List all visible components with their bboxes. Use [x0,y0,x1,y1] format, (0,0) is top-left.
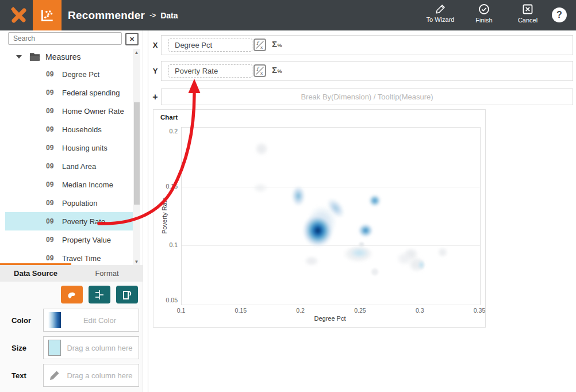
numeric-type-icon: 09 [46,144,59,152]
distribute-button[interactable] [89,286,110,303]
check-circle-icon [478,3,490,15]
tab-format[interactable]: Format [71,265,143,282]
cancel-label: Cancel [518,17,537,24]
tab-data-source-label: Data Source [14,269,57,278]
color-gradient-swatch [48,312,61,328]
numeric-type-icon: 09 [46,236,59,244]
x-tick-label: 0.35 [474,307,485,314]
tree-item-housing-units[interactable]: 09Housing units [0,139,133,157]
x-tick-label: 0.1 [177,307,186,314]
x-tick-label: 0.25 [354,307,366,314]
color-label: Color [11,316,31,325]
density-blob [358,241,365,247]
cancel-button[interactable]: Cancel [513,3,543,24]
tree-item-poverty-rate[interactable]: 09Poverty Rate [0,212,133,230]
finish-button[interactable]: Finish [469,3,499,24]
numeric-type-icon: 09 [46,199,59,207]
tree-item-federal-spending[interactable]: 09Federal spending [0,83,133,102]
tree-item-label: Property Value [62,236,111,244]
density-blob [396,252,413,266]
paint-blob-icon [66,289,78,301]
color-dropzone[interactable]: Edit Color [43,309,139,332]
tree-item-land-area[interactable]: 09Land Area [0,157,133,175]
numeric-type-icon: 09 [46,89,59,97]
add-axis-tag: + [151,89,160,105]
tree-item-label: Median Income [62,180,113,189]
search-clear-button[interactable]: ✕ [125,33,139,45]
x-aggregation-button[interactable]: Σ% [272,39,282,49]
main-divider [148,30,148,392]
density-blob [304,256,319,266]
break-by-dropzone[interactable]: Break By(Dimension) / Tooltip(Measure) [161,89,573,105]
tree-item-label: Degree Pct [62,70,99,79]
x-field-input[interactable]: Degree Pct [168,39,252,52]
y-tick-label: 0.15 [153,182,178,190]
sidebar-tabs: Data Source Format [0,265,143,282]
color-value: Edit Color [61,316,139,325]
tree-item-degree-pct[interactable]: 09Degree Pct [0,65,133,83]
numeric-type-icon: 09 [46,217,59,225]
y-aggregation-button[interactable]: Σ% [272,65,282,75]
numeric-type-icon: 09 [46,180,59,189]
svg-text:x: x [260,45,263,50]
topbar-actions: To Wizard Finish Cancel [425,3,543,24]
numeric-type-icon: 09 [46,125,59,133]
search-input[interactable] [8,32,122,45]
sigma-icon: Σ [272,39,277,49]
y-field-input[interactable]: Poverty Rate [168,64,252,78]
density-scatter-plot [181,127,481,305]
scrollbar-up-icon[interactable]: ▲ [133,49,140,56]
sidebar-divider [143,30,143,392]
page-title: Recommender [68,9,145,22]
app-logo-icon [9,5,29,26]
size-value: Drag a column here [61,344,139,352]
x-tick-label: 0.15 [235,307,247,314]
clear-x-icon: ✕ [129,36,135,43]
density-blob [368,194,381,207]
sigma-icon: Σ [272,65,277,75]
tab-data-source[interactable]: Data Source [0,265,71,282]
tree-item-households[interactable]: 09Households [0,120,133,139]
measures-list: 09Degree Pct09Federal spending09Home Own… [0,65,133,267]
size-dropzone[interactable]: Drag a column here [43,336,139,359]
numeric-type-icon: 09 [46,107,59,115]
tree-item-median-income[interactable]: 09Median Income [0,175,133,194]
tree-scrollbar[interactable]: ▲ ▼ [133,49,140,266]
chart-view-tile[interactable] [33,0,62,30]
breadcrumb-arrow: -> [149,11,156,20]
tree-item-population[interactable]: 09Population [0,194,133,212]
numeric-type-icon: 09 [46,254,59,262]
text-dropzone[interactable]: Drag a column here [43,364,139,387]
flip-page-button[interactable] [116,286,138,303]
density-blob [302,214,333,247]
x-field-row: Degree Pct f x Σ% [161,35,573,55]
app-window: Recommender -> Data To Wizard Finish [0,0,576,392]
gridline [182,245,480,246]
distribute-icon [94,289,105,301]
y-tick-label: 0.1 [153,241,178,249]
to-wizard-button[interactable]: To Wizard [425,3,455,24]
help-button[interactable]: ? [552,7,567,22]
y-axis-title: Poverty Rate [161,197,168,234]
tree-item-property-value[interactable]: 09Property Value [0,230,133,249]
breadcrumb: Recommender -> Data [68,0,178,30]
x-formula-button[interactable]: f x [254,39,266,51]
tree-item-home-owner-rate[interactable]: 09Home Owner Rate [0,102,133,120]
density-blob [291,186,305,206]
x-axis-tag: X [151,35,160,55]
tree-item-label: Population [62,199,97,207]
color-blob-button[interactable] [61,286,83,303]
gridline [182,187,480,187]
y-formula-button[interactable]: f x [254,64,266,77]
top-bar: Recommender -> Data To Wizard Finish [0,0,576,30]
caret-down-icon[interactable] [16,55,22,59]
tree-folder-measures[interactable]: Measures [0,49,133,65]
scrollbar-thumb[interactable] [134,102,140,205]
help-glyph: ? [556,10,562,20]
break-by-placeholder: Break By(Dimension) / Tooltip(Measure) [162,89,573,105]
chart-card: Chart 0.20.150.10.05 0.10.150.20.250.30.… [153,109,486,328]
tree-item-label: Travel Time [62,254,101,263]
density-blob [348,247,371,259]
svg-text:x: x [260,71,263,76]
tab-format-label: Format [95,269,118,278]
